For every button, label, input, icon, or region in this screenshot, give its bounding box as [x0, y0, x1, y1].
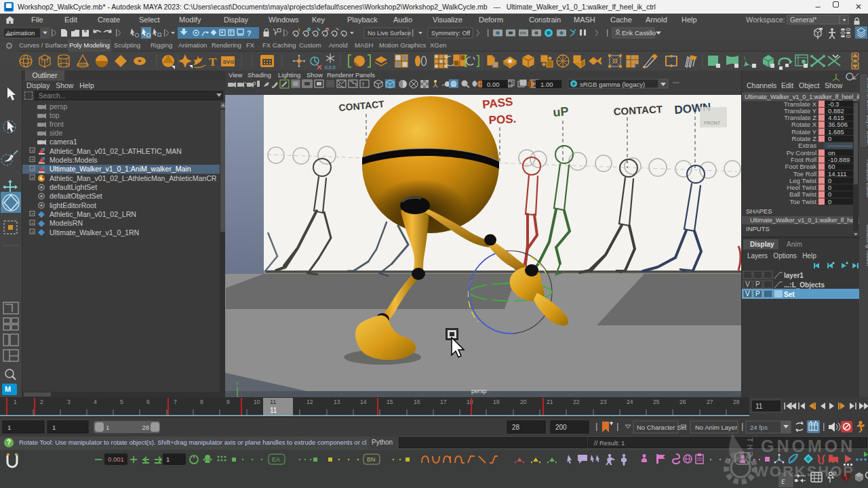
- svg-text:No Character Set: No Character Set: [637, 424, 687, 431]
- svg-text:+: +: [31, 229, 35, 235]
- svg-text:4: 4: [94, 399, 97, 405]
- svg-text:1: 1: [7, 424, 11, 431]
- svg-text:28: 28: [733, 399, 740, 405]
- svg-text:19: 19: [493, 399, 500, 405]
- svg-text:20: 20: [520, 399, 527, 405]
- svg-text:9: 9: [226, 399, 230, 405]
- svg-text:Models:Models: Models:Models: [50, 156, 98, 164]
- svg-text:T: T: [361, 81, 365, 87]
- svg-text:0,0,0: 0,0,0: [325, 65, 336, 70]
- svg-text:Shading: Shading: [248, 71, 271, 79]
- svg-text:Edit: Edit: [781, 81, 793, 89]
- svg-text:BN: BN: [367, 456, 376, 463]
- svg-text:Symmetry: Off: Symmetry: Off: [431, 30, 471, 37]
- svg-text:Ultimate_Walker_v1_0_1:walker_: Ultimate_Walker_v1_0_1:walker_lf_heel_ik…: [750, 217, 860, 224]
- svg-text:Show: Show: [825, 81, 843, 89]
- svg-text:+: +: [31, 220, 35, 226]
- svg-text:1.00: 1.00: [540, 81, 553, 88]
- svg-text:front: front: [50, 120, 64, 128]
- svg-text:lightEditorRoot: lightEditorRoot: [50, 201, 96, 209]
- svg-text:28: 28: [142, 424, 149, 431]
- svg-text:persp: persp: [50, 102, 67, 110]
- svg-text:5: 5: [120, 399, 123, 405]
- svg-text:No Live Surface: No Live Surface: [368, 30, 411, 37]
- svg-text:View: View: [229, 71, 243, 79]
- svg-text:Panels: Panels: [355, 71, 375, 79]
- svg-text:200: 200: [555, 424, 567, 431]
- svg-text:M: M: [5, 385, 11, 393]
- svg-text:1: 1: [106, 424, 109, 431]
- svg-text:11: 11: [755, 403, 763, 410]
- svg-text:1: 1: [52, 424, 56, 431]
- svg-text:persp: persp: [471, 388, 487, 394]
- svg-text:15: 15: [387, 399, 393, 405]
- svg-text:?: ?: [247, 29, 252, 37]
- svg-text:Set: Set: [784, 291, 795, 298]
- svg-text:26: 26: [679, 399, 686, 405]
- svg-text:POS.: POS.: [488, 113, 517, 127]
- svg-text:28: 28: [512, 424, 520, 431]
- svg-text:23: 23: [600, 399, 607, 405]
- svg-text:21: 21: [547, 399, 553, 405]
- svg-text:layer1: layer1: [784, 272, 804, 279]
- svg-text:17: 17: [440, 399, 447, 405]
- svg-text:+: +: [31, 157, 35, 163]
- svg-text:P: P: [755, 290, 760, 298]
- svg-text:2: 2: [40, 399, 43, 405]
- svg-text:Show: Show: [307, 71, 323, 79]
- svg-text:defaultObjectSet: defaultObjectSet: [50, 192, 102, 200]
- svg-text:P: P: [755, 281, 760, 288]
- svg-text:EA: EA: [272, 456, 280, 463]
- svg-text:Renderer: Renderer: [327, 71, 354, 79]
- svg-text:27: 27: [707, 399, 713, 405]
- svg-text:0.001: 0.001: [108, 455, 124, 463]
- svg-text:Ultimate_Walker_v1_0_1:walker_: Ultimate_Walker_v1_0_1:walker_lf_heel_ik…: [745, 94, 860, 100]
- svg-text:Y: Y: [235, 380, 239, 386]
- svg-text:SHAPES: SHAPES: [746, 207, 772, 215]
- svg-text:1: 1: [166, 455, 170, 463]
- svg-text:24 fps: 24 fps: [750, 424, 768, 431]
- svg-text:6: 6: [146, 399, 150, 405]
- svg-text:No Anim Layer: No Anim Layer: [695, 424, 737, 431]
- svg-text:+: +: [31, 148, 35, 154]
- svg-text:8: 8: [200, 399, 203, 405]
- svg-text:GNOMON: GNOMON: [761, 436, 855, 455]
- svg-text:top: top: [50, 111, 60, 119]
- svg-text:Layers Options Help: Layers Options Help: [747, 252, 816, 260]
- svg-text:0.00: 0.00: [487, 81, 500, 88]
- svg-text:16: 16: [414, 399, 420, 405]
- svg-text:Athletic_Man_v01_02_L:ATHLETIC: Athletic_Man_v01_02_L:ATHLETIC_MAN: [50, 147, 182, 155]
- svg-text:T: T: [746, 438, 753, 442]
- svg-text:24: 24: [627, 399, 633, 405]
- svg-text:Lighting: Lighting: [278, 71, 300, 79]
- svg-text:E: E: [746, 451, 753, 456]
- svg-text:0: 0: [828, 198, 831, 205]
- svg-text:Display: Display: [750, 241, 774, 248]
- svg-text:14: 14: [360, 399, 367, 405]
- svg-text:H: H: [746, 445, 753, 449]
- svg-text:Athletic_Man_v01_02_L:Athletic: Athletic_Man_v01_02_L:AthleticMan_Athlet…: [50, 174, 217, 182]
- svg-text:...:L_Objects: ...:L_Objects: [784, 281, 825, 289]
- svg-text:10: 10: [254, 399, 260, 405]
- svg-text:WORKSHOP: WORKSHOP: [754, 463, 854, 480]
- svg-text:SVG: SVG: [223, 59, 235, 65]
- svg-text:sRGB gamma (legacy): sRGB gamma (legacy): [580, 81, 645, 88]
- svg-text:+: +: [31, 166, 35, 172]
- svg-text:25: 25: [653, 399, 660, 405]
- svg-text:uP: uP: [553, 104, 570, 119]
- svg-text:22: 22: [573, 399, 580, 405]
- svg-text:camera1: camera1: [50, 138, 77, 146]
- svg-text:Toe Twist: Toe Twist: [790, 198, 817, 205]
- svg-text:ModelsRN: ModelsRN: [50, 219, 83, 227]
- svg-text:12: 12: [307, 399, 313, 405]
- svg-text:Object: Object: [799, 81, 819, 89]
- svg-text:Channels: Channels: [747, 81, 776, 89]
- svg-text:Ultimate_Walker_v1_0_1RN: Ultimate_Walker_v1_0_1RN: [50, 228, 139, 237]
- svg-text:Erik Castillo: Erik Castillo: [622, 29, 656, 37]
- svg-text:Athletic_Man_v01_02_LRN: Athletic_Man_v01_02_LRN: [50, 210, 136, 218]
- svg-text:7: 7: [174, 399, 177, 405]
- svg-text:INPUTS: INPUTS: [746, 225, 770, 232]
- svg-text:Anim: Anim: [787, 241, 802, 248]
- svg-text:+: +: [31, 211, 35, 217]
- svg-text:Ultimate_Walker_v1_0_1:AniM_wa: Ultimate_Walker_v1_0_1:AniM_walker_Main: [50, 165, 191, 173]
